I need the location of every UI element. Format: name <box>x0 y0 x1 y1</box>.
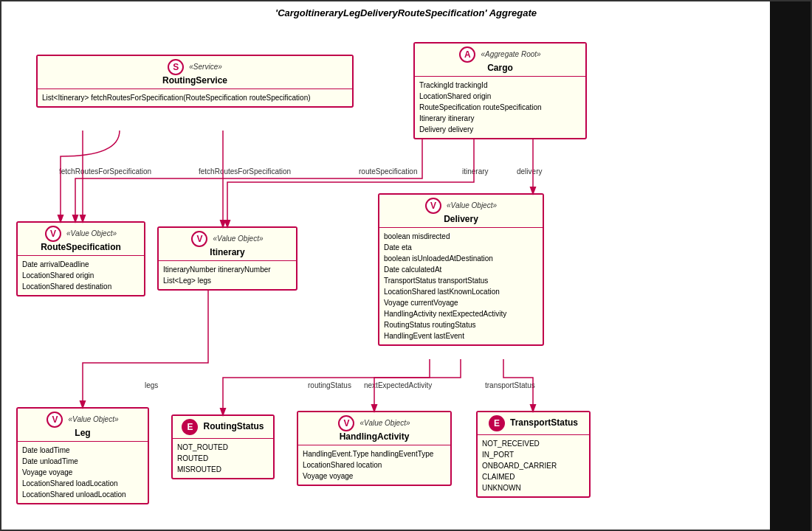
leg-field-4: LocationShared loadLocation <box>22 478 143 489</box>
rs-enum-1: NOT_ROUTED <box>177 442 269 453</box>
rs-field-2: LocationShared origin <box>22 270 140 281</box>
label-routingstatus: routingStatus <box>308 381 351 389</box>
leg-stereotype: «Value Object» <box>69 415 119 423</box>
routing-service-method: List<Itinerary> fetchRoutesForSpecificat… <box>42 94 311 102</box>
itinerary-badge: V <box>191 231 207 247</box>
routing-service-box: S «Service» RoutingService List<Itinerar… <box>36 55 354 108</box>
delivery-badge: V <box>425 198 441 214</box>
delivery-box: V «Value Object» Delivery boolean misdir… <box>378 193 544 346</box>
routing-status-body: NOT_ROUTED ROUTED MISROUTED <box>173 439 273 478</box>
cargo-field-5: Delivery delivery <box>419 124 581 135</box>
label-fetch2: fetchRoutesForSpecification <box>199 167 291 176</box>
label-nextexpected: nextExpectedActivity <box>364 381 432 389</box>
handling-activity-name: HandlingActivity <box>340 431 410 442</box>
handling-activity-header: V «Value Object» HandlingActivity <box>298 412 450 445</box>
label-fetch1: fetchRoutesForSpecification <box>59 167 151 176</box>
rs-enum-2: ROUTED <box>177 453 269 464</box>
diagram-title: 'CargoltineraryLegDeliveryRouteSpecifica… <box>1 1 811 21</box>
cargo-header: A «Aggregate Root» Cargo <box>415 44 585 77</box>
route-specification-body: Date arrivalDeadline LocationShared orig… <box>18 256 144 295</box>
routing-status-badge: E <box>182 419 198 435</box>
leg-header: V «Value Object» Leg <box>18 409 148 442</box>
label-delivery: delivery <box>517 167 542 176</box>
leg-field-2: Date unloadTime <box>22 456 143 467</box>
route-specification-stereotype: «Value Object» <box>66 229 117 237</box>
handling-activity-badge: V <box>338 415 354 431</box>
leg-field-5: LocationShared unloadLocation <box>22 489 143 500</box>
delivery-name: Delivery <box>444 214 478 224</box>
diagram-container: 'CargoltineraryLegDeliveryRouteSpecifica… <box>0 0 812 531</box>
leg-badge: V <box>47 412 63 428</box>
route-specification-name: RouteSpecification <box>41 242 121 252</box>
route-specification-box: V «Value Object» RouteSpecification Date… <box>16 221 145 296</box>
del-field-1: boolean misdirected <box>384 231 538 242</box>
handling-activity-box: V «Value Object» HandlingActivity Handli… <box>297 411 452 486</box>
delivery-body: boolean misdirected Date eta boolean isU… <box>379 228 543 344</box>
leg-name: Leg <box>75 428 90 438</box>
rs-field-3: LocationShared destination <box>22 281 140 292</box>
ts-enum-5: UNKNOWN <box>482 482 585 493</box>
del-field-10: HandlingEvent lastEvent <box>384 330 538 341</box>
del-field-7: Voyage currentVoyage <box>384 297 538 308</box>
delivery-stereotype: «Value Object» <box>447 201 497 209</box>
label-routespec: routeSpecification <box>359 167 418 176</box>
cargo-field-3: RouteSpecification routeSpecification <box>419 102 581 113</box>
transport-status-header: E TransportStatus <box>478 412 589 435</box>
label-itinerary: itinerary <box>462 167 489 176</box>
itinerary-header: V «Value Object» Itinerary <box>159 228 296 261</box>
cargo-box: A «Aggregate Root» Cargo TrackingId trac… <box>413 42 587 139</box>
rs-enum-3: MISROUTED <box>177 464 269 475</box>
cargo-field-4: Itinerary itinerary <box>419 113 581 124</box>
itinerary-body: ItineraryNumber itineraryNumber List<Leg… <box>159 261 296 289</box>
label-legs: legs <box>145 381 158 389</box>
routing-status-header: E RoutingStatus <box>173 416 273 439</box>
ts-enum-3: ONBOARD_CARRIER <box>482 460 585 471</box>
del-field-5: TransportStatus transportStatus <box>384 275 538 286</box>
transport-status-box: E TransportStatus NOT_RECEIVED IN_PORT O… <box>476 411 591 498</box>
cargo-name: Cargo <box>487 63 513 73</box>
del-field-3: boolean isUnloadedAtDestination <box>384 253 538 264</box>
cargo-body: TrackingId trackingId LocationShared ori… <box>415 77 585 138</box>
transport-status-name: TransportStatus <box>510 417 578 428</box>
it-field-1: ItineraryNumber itineraryNumber <box>163 264 292 275</box>
transport-status-body: NOT_RECEIVED IN_PORT ONBOARD_CARRIER CLA… <box>478 435 589 496</box>
routing-service-stereotype: «Service» <box>189 63 221 71</box>
del-field-6: LocationShared lastKnownLocation <box>384 286 538 297</box>
routing-service-name: RoutingService <box>162 75 227 86</box>
cargo-field-2: LocationShared origin <box>419 91 581 102</box>
itinerary-stereotype: «Value Object» <box>213 235 264 243</box>
routing-service-body: List<Itinerary> fetchRoutesForSpecificat… <box>38 89 352 106</box>
del-field-9: RoutingStatus routingStatus <box>384 319 538 330</box>
routing-status-name: RoutingStatus <box>204 421 264 431</box>
cargo-stereotype: «Aggregate Root» <box>481 50 540 58</box>
right-panel <box>770 1 811 531</box>
leg-field-1: Date loadTime <box>22 445 143 456</box>
it-field-2: List<Leg> legs <box>163 275 292 286</box>
leg-field-3: Voyage voyage <box>22 467 143 478</box>
itinerary-box: V «Value Object» Itinerary ItineraryNumb… <box>157 226 297 291</box>
route-specification-badge: V <box>45 226 61 242</box>
ts-enum-4: CLAIMED <box>482 471 585 482</box>
transport-status-badge: E <box>489 415 505 431</box>
cargo-badge: A <box>459 46 475 63</box>
routing-service-badge: S <box>168 59 184 75</box>
ts-enum-2: IN_PORT <box>482 449 585 460</box>
delivery-header: V «Value Object» Delivery <box>379 195 543 228</box>
ha-field-2: LocationShared location <box>303 459 446 471</box>
ha-field-3: Voyage voyage <box>303 471 446 482</box>
route-specification-header: V «Value Object» RouteSpecification <box>18 223 144 256</box>
cargo-field-1: TrackingId trackingId <box>419 80 581 91</box>
del-field-4: Date calculatedAt <box>384 264 538 275</box>
del-field-2: Date eta <box>384 242 538 253</box>
rs-field-1: Date arrivalDeadline <box>22 259 140 270</box>
leg-body: Date loadTime Date unloadTime Voyage voy… <box>18 442 148 503</box>
handling-activity-body: HandlingEvent.Type handlingEventType Loc… <box>298 445 450 485</box>
routing-status-box: E RoutingStatus NOT_ROUTED ROUTED MISROU… <box>171 414 275 479</box>
ts-enum-1: NOT_RECEIVED <box>482 438 585 449</box>
itinerary-name: Itinerary <box>210 247 244 257</box>
ha-field-1: HandlingEvent.Type handlingEventType <box>303 448 446 459</box>
handling-activity-stereotype: «Value Object» <box>360 419 410 427</box>
routing-service-header: S «Service» RoutingService <box>38 56 352 89</box>
del-field-8: HandlingActivity nextExpectedActivity <box>384 308 538 319</box>
label-transportstatus: transportStatus <box>485 381 535 389</box>
